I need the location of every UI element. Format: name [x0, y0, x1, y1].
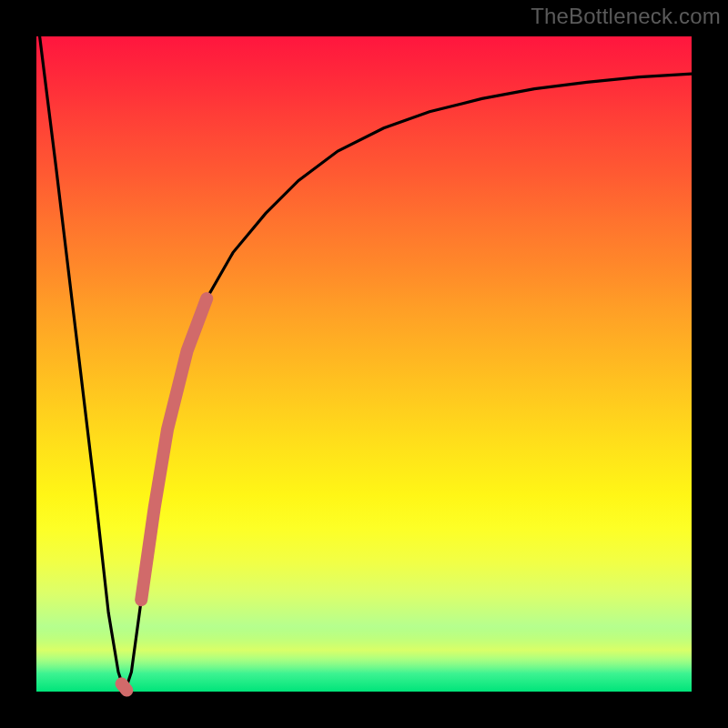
highlight-segment: [141, 298, 207, 600]
curve-layer: [36, 36, 692, 692]
chart-canvas: TheBottleneck.com: [0, 0, 728, 728]
curve-tip-marker: [122, 683, 127, 690]
attribution-text: TheBottleneck.com: [531, 4, 721, 29]
